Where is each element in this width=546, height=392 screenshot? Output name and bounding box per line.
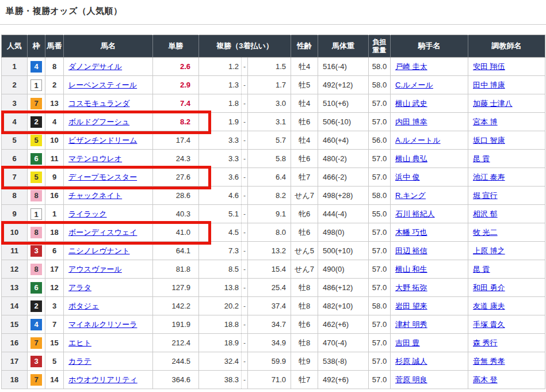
jockey-link[interactable]: 石川 裕紀人 bbox=[395, 210, 435, 218]
jockey-link[interactable]: R.キング bbox=[395, 191, 426, 200]
frame-badge: 7 bbox=[30, 337, 42, 349]
horse-name-link[interactable]: レーベンスティール bbox=[68, 81, 137, 89]
horse-name-link[interactable]: ダノンデサイル bbox=[68, 62, 122, 71]
frame-badge: 5 bbox=[30, 172, 42, 183]
jockey-link[interactable]: 浜中 俊 bbox=[395, 173, 420, 181]
impost-cell: 57.0 bbox=[369, 242, 391, 260]
trainer-link[interactable]: 上原 博之 bbox=[473, 246, 505, 255]
place-odds-separator: - bbox=[242, 94, 248, 113]
trainer-link[interactable]: 森 秀行 bbox=[473, 338, 498, 347]
impost-cell: 57.0 bbox=[369, 260, 391, 279]
horse-number-cell: 1 bbox=[45, 205, 64, 223]
rank-cell: 18 bbox=[2, 371, 28, 389]
win-odds-cell: 364.6 bbox=[153, 371, 199, 389]
trainer-link[interactable]: 高木 登 bbox=[473, 375, 498, 384]
jockey-link[interactable]: 津村 明秀 bbox=[395, 320, 427, 329]
place-odds-min-cell: 3.3 bbox=[199, 131, 242, 150]
trainer-link[interactable]: 宮本 博 bbox=[473, 117, 498, 126]
horse-name-link[interactable]: マイネルクリソーラ bbox=[68, 320, 137, 329]
horse-name-link[interactable]: アウスヴァール bbox=[68, 265, 122, 273]
jockey-link[interactable]: 木幡 巧也 bbox=[395, 228, 427, 237]
win-odds-cell: 24.3 bbox=[153, 150, 199, 168]
jockey-link[interactable]: 菅原 明良 bbox=[395, 375, 427, 384]
header-horse-weight: 馬体重 bbox=[318, 35, 369, 58]
horse-name-link[interactable]: マテンロウレオ bbox=[68, 154, 122, 163]
horse-weight-cell: 510(+6) bbox=[318, 94, 369, 113]
title-divider bbox=[0, 24, 546, 25]
place-odds-max-cell: 34.9 bbox=[248, 334, 291, 352]
horse-name-link[interactable]: ライラック bbox=[68, 210, 107, 218]
frame-badge: 3 bbox=[30, 245, 42, 257]
trainer-link[interactable]: 加藤 士津八 bbox=[473, 99, 513, 108]
jockey-link[interactable]: 杉原 誠人 bbox=[395, 357, 427, 366]
trainer-cell: 音無 秀孝 bbox=[468, 352, 545, 371]
trainer-link[interactable]: 坂口 智康 bbox=[473, 136, 505, 144]
horse-name-link[interactable]: アラタ bbox=[68, 283, 91, 292]
horse-name-link[interactable]: ボルドグフーシュ bbox=[68, 117, 129, 126]
jockey-link[interactable]: 横山 典弘 bbox=[395, 154, 427, 163]
trainer-link[interactable]: 安田 翔伍 bbox=[473, 62, 505, 71]
trainer-link[interactable]: 音無 秀孝 bbox=[473, 357, 505, 366]
rank-cell: 1 bbox=[2, 58, 28, 76]
trainer-link[interactable]: 昆 貢 bbox=[473, 265, 490, 273]
header-place-odds: 複勝（3着払い） bbox=[199, 35, 291, 58]
header-trainer: 調教師名 bbox=[468, 35, 545, 58]
horse-name-link[interactable]: ビザンチンドリーム bbox=[68, 136, 137, 144]
horse-name-link[interactable]: コスモキュランダ bbox=[68, 99, 129, 108]
jockey-cell: 菅原 明良 bbox=[391, 371, 468, 389]
trainer-link[interactable]: 牧 光二 bbox=[473, 228, 498, 237]
jockey-link[interactable]: 田辺 裕信 bbox=[395, 246, 427, 255]
table-body: 148ダノンデサイル2.61.2-1.5牡4516(-4)58.0戸崎 圭太安田… bbox=[2, 58, 545, 389]
win-odds-cell: 142.2 bbox=[153, 297, 199, 315]
jockey-link[interactable]: 吉田 豊 bbox=[395, 338, 420, 347]
jockey-link[interactable]: 大野 拓弥 bbox=[395, 283, 427, 292]
horse-name-link[interactable]: ポタジェ bbox=[68, 302, 99, 310]
trainer-link[interactable]: 昆 貢 bbox=[473, 154, 490, 163]
frame-badge: 7 bbox=[30, 98, 42, 109]
rank-cell: 2 bbox=[2, 76, 28, 94]
frame-badge: 3 bbox=[30, 356, 42, 367]
table-row: 212レーベンスティール2.91.3-1.7牡5492(+12)58.0C.ルメ… bbox=[2, 76, 545, 94]
table-row: 12817アウスヴァール81.88.5-15.4せん7490(0)57.0横山 … bbox=[2, 260, 545, 279]
sex-age-cell: 牡7 bbox=[291, 371, 318, 389]
horse-name-link[interactable]: ニシノレヴナント bbox=[68, 246, 129, 255]
frame-cell: 4 bbox=[28, 58, 45, 76]
jockey-cell: 石川 裕紀人 bbox=[391, 205, 468, 223]
jockey-link[interactable]: 戸崎 圭太 bbox=[395, 62, 427, 71]
horse-name-link[interactable]: エヒト bbox=[68, 338, 91, 347]
table-row: 1735カラテ244.532.4-59.9牡9538(-8)57.0杉原 誠人音… bbox=[2, 352, 545, 371]
trainer-link[interactable]: 相沢 郁 bbox=[473, 210, 498, 218]
jockey-link[interactable]: 内田 博幸 bbox=[395, 117, 427, 126]
jockey-link[interactable]: 横山 和生 bbox=[395, 265, 427, 273]
trainer-cell: 森 秀行 bbox=[468, 334, 545, 352]
horse-name-link[interactable]: ホウオウリアリティ bbox=[68, 375, 138, 384]
frame-cell: 6 bbox=[28, 279, 45, 297]
impost-cell: 57.0 bbox=[369, 352, 391, 371]
trainer-link[interactable]: 堀 宣行 bbox=[473, 191, 498, 200]
horse-name-cell: チャックネイト bbox=[64, 187, 153, 205]
trainer-link[interactable]: 池江 泰寿 bbox=[473, 173, 505, 181]
jockey-link[interactable]: 岩田 望来 bbox=[395, 302, 427, 310]
place-odds-separator: - bbox=[242, 205, 248, 223]
sex-age-cell: 牡5 bbox=[291, 76, 318, 94]
frame-badge: 2 bbox=[30, 300, 42, 312]
horse-name-link[interactable]: ボーンディスウェイ bbox=[68, 228, 137, 237]
trainer-link[interactable]: 友道 康夫 bbox=[473, 302, 505, 310]
horse-number-cell: 7 bbox=[45, 315, 64, 334]
jockey-link[interactable]: 横山 武史 bbox=[395, 99, 427, 108]
frame-badge: 8 bbox=[30, 264, 42, 275]
horse-name-link[interactable]: チャックネイト bbox=[68, 191, 122, 200]
jockey-link[interactable]: C.ルメール bbox=[395, 81, 433, 89]
horse-name-link[interactable]: カラテ bbox=[68, 357, 91, 366]
jockey-cell: R.キング bbox=[391, 187, 468, 205]
trainer-link[interactable]: 手塚 貴久 bbox=[473, 320, 505, 329]
horse-name-cell: ボルドグフーシュ bbox=[64, 113, 153, 131]
frame-cell: 7 bbox=[28, 371, 45, 389]
jockey-link[interactable]: A.ルメートル bbox=[395, 136, 441, 144]
trainer-link[interactable]: 和田 勇介 bbox=[473, 283, 505, 292]
horse-name-link[interactable]: ディープモンスター bbox=[68, 173, 137, 181]
horse-number-cell: 13 bbox=[45, 94, 64, 113]
trainer-cell: 上原 博之 bbox=[468, 242, 545, 260]
horse-name-cell: ニシノレヴナント bbox=[64, 242, 153, 260]
trainer-link[interactable]: 田中 博康 bbox=[473, 81, 505, 89]
